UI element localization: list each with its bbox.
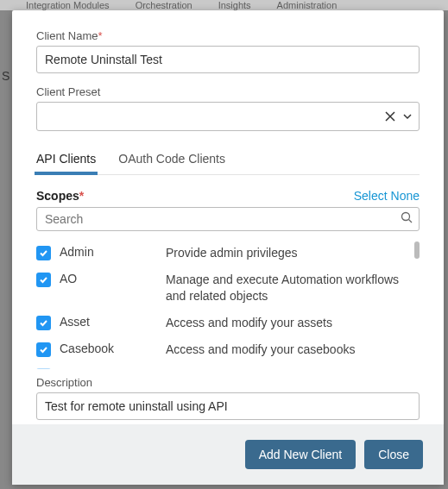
chevron-down-icon[interactable] bbox=[402, 111, 413, 122]
scopes-title: Scopes* bbox=[36, 189, 84, 203]
scope-row: Casebook Access and modify your casebook… bbox=[36, 336, 420, 363]
tab-oauth-clients[interactable]: OAuth Code Clients bbox=[118, 147, 225, 174]
scope-desc: Provide admin privileges bbox=[166, 245, 420, 261]
description-label: Description bbox=[36, 376, 420, 389]
scope-desc: Access and modify your casebooks bbox=[166, 342, 420, 358]
nav-item[interactable]: Orchestration bbox=[136, 0, 192, 10]
scope-name: Admin bbox=[60, 245, 94, 259]
client-name-input[interactable] bbox=[36, 46, 420, 73]
client-name-label: Client Name* bbox=[36, 29, 420, 42]
scope-checkbox[interactable] bbox=[36, 316, 51, 330]
scopes-search-input[interactable] bbox=[36, 207, 420, 231]
scope-name: Asset bbox=[60, 315, 90, 329]
description-input[interactable] bbox=[36, 392, 420, 420]
scope-row: Admin Provide admin privileges bbox=[36, 240, 420, 266]
scope-checkbox[interactable] bbox=[36, 368, 51, 369]
side-letter: S bbox=[2, 69, 9, 83]
scope-row: Query your configured modules for threat bbox=[36, 362, 420, 369]
scope-name: Casebook bbox=[60, 342, 114, 355]
scope-checkbox[interactable] bbox=[36, 342, 51, 357]
scope-name: AO bbox=[60, 272, 77, 285]
scope-checkbox[interactable] bbox=[36, 246, 51, 260]
scope-desc: Manage and execute Automation workflows … bbox=[166, 272, 420, 304]
modal-body: Client Name* Client Preset API Clients O… bbox=[12, 10, 444, 424]
top-nav: Integration Modules Orchestration Insigh… bbox=[0, 0, 448, 10]
modal-footer: Add New Client Close bbox=[12, 424, 444, 485]
required-asterisk: * bbox=[98, 29, 103, 42]
scope-desc: Access and modify your assets bbox=[166, 315, 420, 331]
client-preset-select[interactable] bbox=[36, 102, 420, 131]
client-preset-label: Client Preset bbox=[36, 85, 420, 98]
select-none-link[interactable]: Select None bbox=[354, 189, 420, 203]
scope-row: Asset Access and modify your assets bbox=[36, 310, 420, 336]
svg-point-0 bbox=[402, 213, 410, 221]
scope-list: Admin Provide admin privileges AO Manage… bbox=[36, 240, 420, 369]
add-client-modal: Client Name* Client Preset API Clients O… bbox=[12, 10, 444, 485]
nav-item[interactable]: Insights bbox=[218, 0, 251, 10]
tab-api-clients[interactable]: API Clients bbox=[36, 147, 96, 174]
scope-desc: Query your configured modules for threat bbox=[166, 367, 420, 369]
clear-icon[interactable] bbox=[385, 111, 395, 122]
search-icon[interactable] bbox=[401, 211, 413, 227]
nav-item[interactable]: Integration Modules bbox=[26, 0, 110, 10]
add-new-client-button[interactable]: Add New Client bbox=[245, 440, 357, 469]
tabs: API Clients OAuth Code Clients bbox=[36, 147, 420, 175]
nav-item[interactable]: Administration bbox=[277, 0, 338, 10]
scope-checkbox[interactable] bbox=[36, 273, 51, 287]
required-asterisk: * bbox=[79, 189, 84, 203]
close-button[interactable]: Close bbox=[364, 440, 423, 469]
scope-row: AO Manage and execute Automation workflo… bbox=[36, 266, 420, 310]
scrollbar-thumb[interactable] bbox=[414, 241, 420, 259]
